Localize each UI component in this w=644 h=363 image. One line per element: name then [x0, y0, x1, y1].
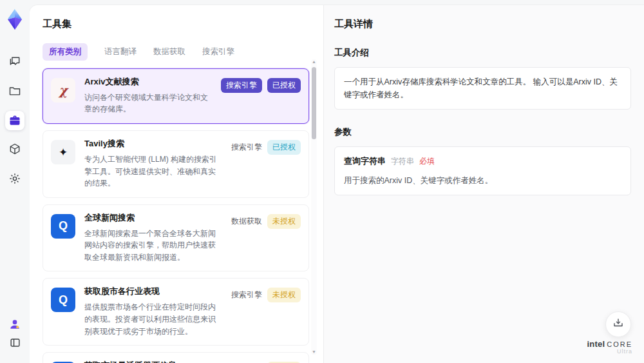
- tool-list: χ Arxiv文献搜索 访问各个研究领域大量科学论文和文章的存储库。 搜索引擎 …: [43, 68, 309, 363]
- download-icon: [612, 317, 624, 331]
- tool-badges: 搜索引擎 未授权: [231, 360, 301, 363]
- tab-data[interactable]: 数据获取: [153, 43, 185, 61]
- ultra-text: Ultra: [587, 349, 632, 355]
- sidebar-item-account[interactable]: [5, 315, 24, 334]
- parameter-type: 字符串: [391, 155, 414, 168]
- tool-card[interactable]: ✦ Tavily搜索 专为人工智能代理 (LLM) 构建的搜索引擎工具。可快速提…: [43, 130, 309, 198]
- tab-all[interactable]: 所有类别: [43, 43, 88, 61]
- core-text: CORE: [607, 340, 632, 348]
- tool-card[interactable]: Q 获取市场最活跃股票信息 提供当天交易量最高的股票列表。投资者可以利用这些信息…: [43, 352, 309, 363]
- tool-badges: 搜索引擎 未授权: [231, 286, 301, 337]
- parameter-name: 查询字符串: [344, 155, 386, 168]
- tool-card[interactable]: Q 全球新闻搜索 全球新闻搜索是一个聚合全球各大新闻网站内容的搜索引擎，帮助用户…: [43, 204, 309, 272]
- qnews-icon: Q: [51, 288, 75, 312]
- category-badge: 搜索引擎: [231, 288, 262, 302]
- main-panel: 工具集 所有类别 语言翻译 数据获取 搜索引擎 χ Arxiv文献搜索 访问各个…: [30, 5, 644, 363]
- sidebar-item-files[interactable]: [5, 81, 24, 101]
- page-title: 工具集: [43, 18, 323, 30]
- left-rail: [0, 0, 30, 363]
- sidebar-item-tools[interactable]: [5, 111, 24, 130]
- sidebar-item-collapse-panel[interactable]: [5, 333, 24, 352]
- tool-title: 全球新闻搜索: [84, 213, 222, 224]
- tool-description: 全球新闻搜索是一个聚合全球各大新闻网站内容的搜索引擎，帮助用户快速获取全球最新资…: [84, 228, 222, 264]
- intel-core-logo: intelCORE Ultra: [587, 338, 632, 355]
- scroll-down-arrow[interactable]: ▼: [311, 349, 317, 355]
- category-tabs: 所有类别 语言翻译 数据获取 搜索引擎: [43, 43, 323, 61]
- params-section-title: 参数: [334, 126, 631, 138]
- category-badge: 搜索引擎: [221, 78, 262, 93]
- list-scrollbar[interactable]: ▲ ▼: [311, 59, 317, 355]
- tool-card[interactable]: Q 获取股市各行业表现 提供股票市场各个行业在特定时间段内的表现。投资者可以利用…: [43, 278, 309, 346]
- user-avatar-icon: [8, 318, 21, 331]
- tool-card[interactable]: χ Arxiv文献搜索 访问各个研究领域大量科学论文和文章的存储库。 搜索引擎 …: [43, 68, 309, 124]
- auth-status-badge: 已授权: [267, 140, 301, 155]
- arxiv-icon: χ: [51, 78, 75, 103]
- tool-intro-box: 一个用于从Arxiv存储库搜索科学论文和文章的工具。 输入可以是Arxiv ID…: [334, 67, 631, 110]
- folder-icon: [8, 84, 21, 97]
- tool-intro-text: 一个用于从Arxiv存储库搜索科学论文和文章的工具。 输入可以是Arxiv ID…: [344, 77, 618, 99]
- sidebar-item-models[interactable]: [5, 139, 24, 159]
- scrollbar-thumb[interactable]: [312, 67, 316, 139]
- intro-section-title: 工具介绍: [334, 47, 631, 59]
- intel-core-wordmark: intelCORE: [587, 338, 632, 349]
- briefcase-icon: [8, 114, 21, 127]
- tool-title: 获取市场最活跃股票信息: [84, 360, 222, 363]
- category-badge: 搜索引擎: [231, 140, 262, 155]
- parameter-header: 查询字符串 字符串 必填: [344, 155, 621, 168]
- tool-badges: 搜索引擎 已授权: [221, 77, 301, 115]
- gear-icon: [8, 172, 21, 185]
- parameter-required-badge: 必填: [419, 155, 435, 168]
- app-window: 工具集 所有类别 语言翻译 数据获取 搜索引擎 χ Arxiv文献搜索 访问各个…: [0, 0, 644, 363]
- sidebar-item-settings[interactable]: [5, 169, 24, 188]
- detail-pane: 工具详情 工具介绍 一个用于从Arxiv存储库搜索科学论文和文章的工具。 输入可…: [324, 5, 644, 363]
- tool-description: 提供股票市场各个行业在特定时间段内的表现。投资者可以利用这些信息来识别表现优于或…: [84, 301, 222, 337]
- chat-icon: [8, 55, 21, 68]
- tool-description: 访问各个研究领域大量科学论文和文章的存储库。: [84, 92, 212, 115]
- panel-collapse-icon: [9, 337, 21, 349]
- tool-title: Tavily搜索: [84, 139, 222, 150]
- app-logo-icon[interactable]: [5, 8, 25, 31]
- scroll-up-arrow[interactable]: ▲: [311, 59, 317, 64]
- tool-badges: 数据获取 未授权: [231, 213, 301, 264]
- tool-title: Arxiv文献搜索: [84, 77, 212, 88]
- tab-search[interactable]: 搜索引擎: [202, 43, 234, 61]
- auth-status-badge: 未授权: [267, 214, 301, 229]
- parameter-description: 用于搜索的Arxiv ID、关键字或作者姓名。: [344, 174, 621, 187]
- download-button[interactable]: [605, 311, 631, 337]
- sidebar-item-chat[interactable]: [5, 52, 24, 71]
- tools-pane: 工具集 所有类别 语言翻译 数据获取 搜索引擎 χ Arxiv文献搜索 访问各个…: [30, 5, 324, 363]
- tool-badges: 搜索引擎 已授权: [231, 139, 301, 190]
- auth-status-badge: 未授权: [267, 288, 301, 302]
- intel-text: intel: [587, 339, 605, 349]
- tool-title: 获取股市各行业表现: [84, 286, 222, 297]
- tool-description: 专为人工智能代理 (LLM) 构建的搜索引擎工具。可快速提供实时、准确和真实的结…: [84, 153, 222, 190]
- auth-status-badge: 已授权: [267, 78, 301, 93]
- category-badge: 数据获取: [231, 214, 262, 229]
- tab-translate[interactable]: 语言翻译: [104, 43, 137, 61]
- detail-title: 工具详情: [334, 18, 631, 30]
- cube-icon: [8, 142, 21, 155]
- tavily-icon: ✦: [51, 140, 75, 164]
- parameter-box: 查询字符串 字符串 必填 用于搜索的Arxiv ID、关键字或作者姓名。: [334, 146, 631, 195]
- qnews-icon: Q: [51, 214, 75, 239]
